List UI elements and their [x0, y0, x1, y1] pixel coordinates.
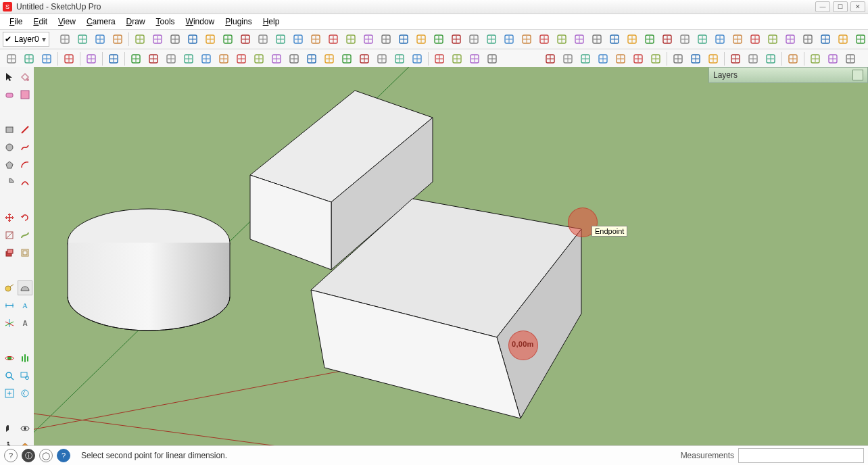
- blank-icon[interactable]: [519, 32, 534, 47]
- hatch3-icon[interactable]: [642, 32, 657, 47]
- freehand-tool[interactable]: [18, 140, 32, 155]
- cube8-icon[interactable]: [256, 32, 270, 47]
- zoom-extents-tool[interactable]: [2, 386, 17, 401]
- menu-window[interactable]: Window: [180, 16, 220, 28]
- m11-icon[interactable]: [304, 51, 319, 66]
- close-button[interactable]: ✕: [850, 1, 865, 12]
- m17-icon[interactable]: [410, 51, 425, 66]
- m14-icon[interactable]: [357, 51, 372, 66]
- menu-file[interactable]: File: [4, 16, 28, 28]
- cube3-icon[interactable]: [168, 32, 183, 47]
- pie-tool[interactable]: [2, 175, 17, 190]
- m3-icon[interactable]: [164, 51, 178, 66]
- push2-icon[interactable]: [326, 32, 341, 47]
- undo-icon[interactable]: [106, 51, 121, 66]
- line2-icon[interactable]: [466, 32, 481, 47]
- photo-icon[interactable]: [746, 51, 761, 66]
- zoom-window-tool[interactable]: [18, 368, 32, 383]
- position-camera-tool[interactable]: [2, 421, 17, 436]
- m16-icon[interactable]: [392, 51, 407, 66]
- paint-icon[interactable]: [706, 51, 721, 66]
- push1-icon[interactable]: [308, 32, 323, 47]
- cube3-icon[interactable]: [843, 51, 858, 66]
- layer-selector[interactable]: ✔ Layer0 ▾: [3, 32, 49, 47]
- hatch4-icon[interactable]: [596, 51, 610, 66]
- hatch3-icon[interactable]: [578, 51, 593, 66]
- zoom-tool[interactable]: [2, 368, 17, 383]
- offset-tool[interactable]: [18, 245, 32, 260]
- follow-me-tool[interactable]: [18, 228, 32, 243]
- chevron-down-icon[interactable]: ▾: [39, 34, 49, 44]
- cube5-icon[interactable]: [203, 32, 218, 47]
- look-around-tool[interactable]: [18, 421, 32, 436]
- rect2-icon[interactable]: [554, 32, 569, 47]
- m13-icon[interactable]: [339, 51, 354, 66]
- info-icon[interactable]: ?: [57, 449, 70, 462]
- m1-icon[interactable]: [128, 51, 143, 66]
- push-pull-tool[interactable]: [2, 245, 17, 260]
- help-icon[interactable]: ?: [4, 449, 18, 462]
- hatch1-icon[interactable]: [607, 32, 622, 47]
- hatch6-icon[interactable]: [631, 51, 646, 66]
- pan-tool[interactable]: [18, 351, 32, 366]
- m8-icon[interactable]: [251, 51, 266, 66]
- protractor-tool[interactable]: [18, 280, 32, 295]
- layer-visible-check[interactable]: ✔: [3, 34, 13, 44]
- scale-tool[interactable]: [2, 228, 17, 243]
- misc4-icon[interactable]: [853, 32, 868, 47]
- sweep2-icon[interactable]: [361, 32, 376, 47]
- rotate-tool[interactable]: [18, 210, 32, 225]
- polygon-tool[interactable]: [2, 157, 17, 172]
- diag3-icon[interactable]: [431, 32, 446, 47]
- box-plus-icon[interactable]: [4, 51, 19, 66]
- m6-icon[interactable]: [216, 51, 231, 66]
- rect4-icon[interactable]: [589, 32, 604, 47]
- layers-panel-toggle[interactable]: [852, 70, 863, 80]
- hatch4-icon[interactable]: [660, 32, 675, 47]
- misc3-icon[interactable]: [836, 32, 850, 47]
- menu-draw[interactable]: Draw: [121, 16, 151, 28]
- cube10-icon[interactable]: [291, 32, 306, 47]
- hatch2-icon[interactable]: [560, 51, 575, 66]
- measurements-input[interactable]: [738, 448, 864, 463]
- linev-icon[interactable]: [485, 51, 500, 66]
- menu-help[interactable]: Help: [258, 16, 285, 28]
- paint-bucket-tool[interactable]: [18, 70, 32, 84]
- menu-plugins[interactable]: Plugins: [220, 16, 257, 28]
- material-tool[interactable]: [18, 87, 32, 102]
- red-tool-icon[interactable]: [62, 51, 76, 66]
- layers-icon[interactable]: [688, 51, 703, 66]
- m2-icon[interactable]: [146, 51, 161, 66]
- m10-icon[interactable]: [287, 51, 302, 66]
- circle-tool[interactable]: [2, 140, 17, 155]
- diag2-icon[interactable]: [414, 32, 429, 47]
- m5-icon[interactable]: [199, 51, 214, 66]
- select-tool[interactable]: [2, 70, 17, 84]
- globe-icon[interactable]: [786, 51, 800, 66]
- book-icon[interactable]: [671, 51, 685, 66]
- cube2-icon[interactable]: [825, 51, 840, 66]
- vert-bars-icon[interactable]: [84, 51, 99, 66]
- maximize-button[interactable]: ☐: [833, 1, 848, 12]
- menu-tools[interactable]: Tools: [151, 16, 180, 28]
- lines-b-icon[interactable]: [748, 32, 763, 47]
- misc2-icon[interactable]: [818, 32, 833, 47]
- m9-icon[interactable]: [269, 51, 284, 66]
- hatch6-icon[interactable]: [695, 32, 710, 47]
- cube4-icon[interactable]: [185, 32, 200, 47]
- rect3-icon[interactable]: [572, 32, 587, 47]
- arc-tool[interactable]: [18, 157, 32, 172]
- previous-tool[interactable]: [18, 386, 32, 401]
- cube7-icon[interactable]: [238, 32, 253, 47]
- start-page-icon[interactable]: [110, 32, 125, 47]
- rect1-icon[interactable]: [537, 32, 552, 47]
- dimension-tool[interactable]: [2, 298, 17, 313]
- sun-icon[interactable]: [432, 51, 447, 66]
- hatch2-icon[interactable]: [625, 32, 640, 47]
- sweep1-icon[interactable]: [343, 32, 358, 47]
- line3-icon[interactable]: [484, 32, 499, 47]
- m7-icon[interactable]: [234, 51, 249, 66]
- 3dtext-tool[interactable]: A: [18, 316, 32, 331]
- curve-tool[interactable]: [18, 175, 32, 190]
- m4-icon[interactable]: [181, 51, 196, 66]
